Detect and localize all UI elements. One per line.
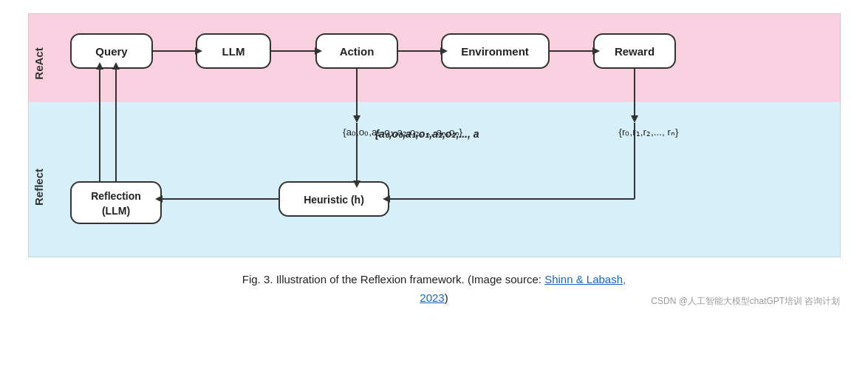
reflect-bg — [28, 102, 841, 257]
reflection-label-2: (LLM) — [101, 205, 129, 217]
csdn-watermark: CSDN @人工智能大模型chatGPT培训 咨询计划 — [651, 295, 840, 308]
diagram-wrapper: ReAct Reflect Query LLM Action Environme… — [28, 13, 841, 260]
reflection-label-1: Reflection — [91, 190, 141, 202]
reflection-node — [71, 182, 161, 223]
reflect-label: Reflect — [33, 169, 45, 206]
action-label: Action — [339, 45, 374, 58]
query-label: Query — [95, 45, 128, 58]
environment-label: Environment — [461, 45, 529, 58]
math-action-obs-text: {a₀,o₀,a₁,o₁,a₂,o₂,..., aₙ,oₙ} — [342, 126, 462, 138]
heuristic-label: Heuristic (h) — [304, 194, 364, 206]
caption-end: ) — [445, 291, 448, 304]
reward-label: Reward — [614, 45, 654, 58]
caption-row: Fig. 3. Illustration of the Reflexion fr… — [28, 271, 841, 308]
caption-text: Fig. 3. Illustration of the Reflexion fr… — [242, 271, 626, 308]
llm-label: LLM — [222, 45, 245, 58]
math-rewards-text: {r₀,r₁,r₂,..., rₙ} — [618, 126, 678, 138]
react-label: ReAct — [33, 47, 45, 79]
diagram-svg: ReAct Reflect Query LLM Action Environme… — [28, 13, 841, 257]
caption-main: Fig. 3. Illustration of the Reflexion fr… — [242, 273, 544, 286]
